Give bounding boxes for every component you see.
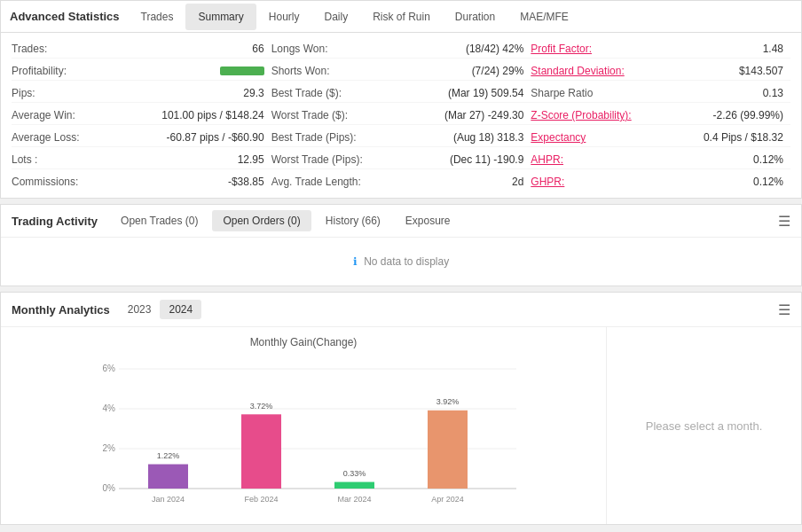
tab-duration[interactable]: Duration	[443, 4, 507, 30]
stat-shorts-won: Shorts Won: (7/24) 29%	[271, 62, 531, 81]
stat-avg-win: Average Win: 101.00 pips / $148.24	[12, 106, 271, 125]
stat-profit-factor: Profit Factor: 1.48	[531, 40, 790, 59]
bar-jan-2024[interactable]	[148, 465, 188, 489]
profitability-bar	[220, 66, 264, 75]
stat-trades: Trades: 66	[12, 40, 271, 59]
year-btn-2023[interactable]: 2023	[119, 300, 161, 319]
chart-title: Monthly Gain(Change)	[15, 336, 592, 348]
activity-settings-icon[interactable]: ☰	[778, 213, 790, 230]
stats-tabs-bar: Advanced Statistics Trades Summary Hourl…	[1, 1, 801, 33]
analytics-header: Monthly Analytics 2023 2024 ☰	[1, 293, 801, 327]
bar-mar-2024[interactable]	[334, 482, 374, 489]
stat-ghpr: GHPR: 0.12%	[531, 173, 790, 191]
trading-activity-panel: Trading Activity Open Trades (0) Open Or…	[0, 204, 802, 286]
tab-mae-mfe[interactable]: MAE/MFE	[507, 4, 581, 30]
stat-profitability: Profitability:	[12, 62, 271, 81]
stat-ahpr: AHPR: 0.12%	[531, 151, 790, 169]
stat-lots: Lots : 12.95	[12, 151, 271, 169]
activity-title: Trading Activity	[12, 215, 98, 228]
stat-pips: Pips: 29.3	[12, 84, 271, 103]
monthly-gain-chart: 6% 4% 2% 0% 1.22%	[15, 356, 592, 515]
analytics-body: Monthly Gain(Change) 6% 4% 2% 0%	[1, 327, 801, 524]
stats-grid: Trades: 66 Profitability: Pips: 29.3 Ave…	[1, 33, 801, 198]
tab-summary[interactable]: Summary	[185, 4, 256, 30]
tab-open-orders[interactable]: Open Orders (0)	[212, 210, 311, 231]
analytics-settings-icon[interactable]: ☰	[778, 301, 790, 318]
tab-history[interactable]: History (66)	[315, 210, 391, 231]
stat-std-deviation: Standard Deviation: $143.507	[531, 62, 790, 81]
monthly-analytics-panel: Monthly Analytics 2023 2024 ☰ Monthly Ga…	[0, 292, 802, 525]
tab-daily[interactable]: Daily	[311, 4, 360, 30]
year-btn-2024[interactable]: 2024	[160, 300, 201, 319]
stat-best-trade-usd: Best Trade ($): (Mar 19) 509.54	[271, 84, 531, 103]
svg-text:6%: 6%	[103, 364, 116, 373]
bar-apr-2024[interactable]	[428, 411, 468, 489]
svg-text:0.33%: 0.33%	[343, 469, 366, 478]
svg-text:1.22%: 1.22%	[157, 451, 180, 460]
svg-text:Jan 2024: Jan 2024	[152, 495, 185, 504]
stats-col-2: Longs Won: (18/42) 42% Shorts Won: (7/24…	[271, 40, 531, 191]
svg-text:4%: 4%	[103, 403, 116, 413]
bar-feb-2024[interactable]	[241, 414, 281, 489]
analytics-title: Monthly Analytics	[12, 303, 110, 317]
stat-avg-loss: Average Loss: -60.87 pips / -$60.90	[12, 129, 271, 147]
profit-bar-fill	[220, 66, 264, 75]
chart-area: Monthly Gain(Change) 6% 4% 2% 0%	[1, 327, 606, 524]
select-month-area: Please select a month.	[606, 327, 801, 524]
svg-text:3.72%: 3.72%	[250, 402, 273, 411]
tab-open-trades[interactable]: Open Trades (0)	[110, 210, 208, 231]
stat-best-trade-pips: Best Trade (Pips): (Aug 18) 318.3	[271, 129, 531, 147]
stat-expectancy: Expectancy 0.4 Pips / $18.32	[531, 129, 790, 147]
svg-text:Feb 2024: Feb 2024	[244, 495, 278, 504]
svg-text:2%: 2%	[103, 443, 116, 453]
tab-trades[interactable]: Trades	[129, 4, 186, 30]
stats-panel: Advanced Statistics Trades Summary Hourl…	[0, 0, 802, 199]
stats-col-3: Profit Factor: 1.48 Standard Deviation: …	[531, 40, 790, 191]
tab-hourly[interactable]: Hourly	[256, 4, 312, 30]
info-icon: ℹ	[353, 255, 358, 268]
svg-text:0%: 0%	[103, 483, 116, 493]
tab-exposure[interactable]: Exposure	[395, 210, 461, 231]
stat-sharpe: Sharpe Ratio 0.13	[531, 84, 790, 103]
no-data-message: ℹ No data to display	[1, 238, 801, 286]
activity-tabs-bar: Trading Activity Open Trades (0) Open Or…	[1, 205, 801, 238]
stat-zscore: Z-Score (Probability): -2.26 (99.99%)	[531, 106, 790, 125]
select-month-text: Please select a month.	[646, 419, 763, 433]
stat-worst-trade-pips: Worst Trade (Pips): (Dec 11) -190.9	[271, 151, 531, 169]
svg-text:Mar 2024: Mar 2024	[337, 495, 371, 504]
tab-risk-of-ruin[interactable]: Risk of Ruin	[360, 4, 443, 30]
stat-worst-trade-usd: Worst Trade ($): (Mar 27) -249.30	[271, 106, 531, 125]
stats-col-1: Trades: 66 Profitability: Pips: 29.3 Ave…	[12, 40, 271, 191]
chart-container: 6% 4% 2% 0% 1.22%	[15, 356, 592, 515]
stat-longs-won: Longs Won: (18/42) 42%	[271, 40, 531, 59]
svg-text:Apr 2024: Apr 2024	[431, 495, 464, 504]
stat-commissions: Commissions: -$38.85	[12, 173, 271, 191]
stats-title: Advanced Statistics	[10, 1, 120, 32]
stat-avg-trade-length: Avg. Trade Length: 2d	[271, 173, 531, 191]
svg-text:3.92%: 3.92%	[436, 397, 460, 406]
main-container: Advanced Statistics Trades Summary Hourl…	[0, 0, 802, 525]
